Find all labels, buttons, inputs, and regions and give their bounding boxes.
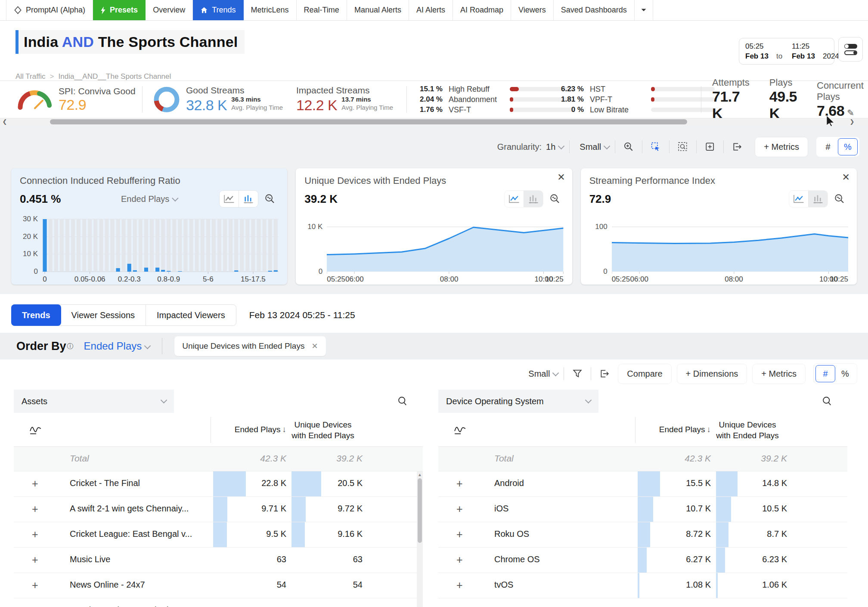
nav-item-ai-roadmap[interactable]: AI Roadmap — [453, 0, 511, 20]
line-chart-toggle[interactable] — [789, 191, 808, 207]
close-icon[interactable]: ✕ — [842, 173, 850, 182]
table-size-dropdown[interactable]: Small — [528, 369, 558, 379]
expand-row-button[interactable]: + — [456, 477, 463, 490]
scrollbar-thumb[interactable] — [50, 119, 687, 124]
number-mode-button[interactable]: # — [818, 138, 838, 155]
chart-zoom-button[interactable] — [546, 191, 564, 207]
nav-item-ai-alerts[interactable]: AI Alerts — [409, 0, 453, 20]
export-chart-button[interactable] — [729, 140, 745, 154]
chevron-down-icon — [161, 397, 167, 404]
nav-item-manual-alerts[interactable]: Manual Alerts — [347, 0, 409, 20]
expand-row-button[interactable]: + — [32, 528, 38, 541]
zoom-in-button[interactable] — [621, 140, 636, 154]
nav-item-real-time[interactable]: Real-Time — [297, 0, 347, 20]
trend-lines-button[interactable] — [29, 425, 42, 437]
chart-size-dropdown[interactable]: Small — [580, 142, 609, 152]
select-region-button[interactable] — [648, 140, 663, 154]
nav-item-overview[interactable]: Overview — [146, 0, 193, 20]
column-header-unique-devices[interactable]: Unique Deviceswith Ended Plays — [281, 420, 365, 441]
filter-button[interactable] — [570, 367, 585, 381]
bar-chart-toggle[interactable] — [239, 191, 258, 207]
nav-item-saved-dashboards[interactable]: Saved Dashboards — [554, 0, 635, 20]
add-metrics-button[interactable]: + Metrics — [753, 364, 805, 384]
granularity-dropdown[interactable]: 1h — [546, 142, 564, 152]
add-metrics-button[interactable]: + Metrics — [755, 137, 808, 157]
dimension-dropdown-assets[interactable]: Assets — [14, 390, 174, 413]
table-search-button[interactable] — [397, 396, 408, 409]
nav-item-trends[interactable]: Trends — [193, 0, 243, 20]
tab-trends[interactable]: Trends — [11, 304, 61, 326]
export-tables-button[interactable] — [597, 367, 612, 381]
unique-devices-value: 14.8 K — [762, 478, 787, 488]
nav-item-viewers[interactable]: Viewers — [511, 0, 554, 20]
breadcrumb-root[interactable]: All Traffic — [16, 72, 46, 81]
area-line-plot — [327, 217, 563, 274]
chart-zoom-button[interactable] — [831, 191, 848, 207]
table-row: +Music Live6363 — [14, 548, 423, 573]
tab-viewer-sessions[interactable]: Viewer Sessions — [61, 305, 146, 325]
kpi-horizontal-scrollbar[interactable]: ❮ ❯ — [0, 118, 868, 125]
export-icon — [599, 369, 610, 379]
inspect-region-button[interactable] — [675, 140, 691, 154]
number-mode-button[interactable]: # — [815, 365, 835, 382]
date-range-picker[interactable]: 05:25 11:25 Feb 13 to Feb 13 2024 — [739, 38, 834, 65]
scrollbar-thumb[interactable] — [418, 478, 422, 543]
scroll-right-arrow[interactable]: ❯ — [848, 118, 856, 125]
percent-mode-button[interactable]: % — [838, 138, 858, 155]
expand-row-button[interactable]: + — [456, 554, 463, 566]
nav-more-menu[interactable] — [635, 0, 653, 20]
expand-row-button[interactable]: + — [456, 528, 463, 541]
card-series-dropdown[interactable]: Ended Plays — [121, 194, 177, 204]
add-dimensions-button[interactable]: + Dimensions — [677, 364, 747, 384]
table-vertical-scrollbar[interactable]: ▲ — [417, 471, 423, 607]
expand-row-button[interactable]: + — [32, 554, 38, 566]
expand-row-button[interactable]: + — [32, 604, 38, 607]
bar-chart-toggle[interactable] — [808, 191, 828, 207]
tab-impacted-viewers[interactable]: Impacted Viewers — [146, 305, 236, 325]
column-header-unique-devices[interactable]: Unique Deviceswith Ended Plays — [705, 420, 790, 441]
compare-button[interactable]: Compare — [618, 364, 671, 384]
add-annotation-button[interactable] — [702, 140, 718, 154]
x-tick-label: 08:00 — [725, 275, 743, 284]
close-icon[interactable]: ✕ — [557, 173, 565, 182]
stat-attempts: Attempts71.7 K — [712, 77, 750, 122]
edit-icon[interactable]: ✎ — [847, 108, 854, 118]
nav-item-metriclens[interactable]: MetricLens — [244, 0, 297, 20]
chart-zoom-button[interactable] — [261, 191, 279, 207]
scroll-left-arrow[interactable]: ❮ — [1, 118, 9, 125]
column-header-ended-plays[interactable]: Ended Plays↓ — [235, 425, 286, 434]
row-name: Chrome OS — [494, 554, 540, 564]
expand-row-button[interactable]: + — [456, 579, 463, 592]
nav-item-promptai-alpha[interactable]: PromptAI (Alpha) — [6, 0, 93, 20]
expand-row-button[interactable]: + — [32, 579, 38, 592]
table-search-button[interactable] — [822, 396, 833, 409]
table-row: +Roku OS8.72 K8.7 K — [438, 522, 847, 548]
percent-mode-button[interactable]: % — [835, 365, 855, 382]
display-settings-button[interactable] — [838, 37, 863, 62]
table-row: +Cricket - The Final22.8 K20.5 K — [14, 471, 423, 497]
nav-item-presets[interactable]: Presets — [93, 0, 146, 20]
bar-chart-toggle[interactable] — [524, 191, 543, 207]
scroll-up-arrow[interactable]: ▲ — [417, 472, 423, 477]
trend-lines-button[interactable] — [454, 425, 467, 437]
info-icon[interactable]: ⓘ — [67, 342, 74, 350]
chip-remove-icon[interactable]: ✕ — [311, 341, 318, 351]
dimension-dropdown-device-operating-system[interactable]: Device Operating System — [438, 390, 598, 413]
end-date: Feb 13 — [792, 52, 823, 61]
table-row: +tvOS1.08 K1.06 K — [438, 573, 847, 598]
histogram-plot — [42, 217, 279, 274]
metric-chip[interactable]: Unique Devices with Ended Plays✕ — [174, 336, 326, 356]
order-by-dropdown[interactable]: Ended Plays — [84, 340, 150, 352]
expand-row-button[interactable]: + — [456, 503, 463, 515]
chart-y-axis: 1000 — [589, 217, 612, 280]
kpi-summary-strip: SPI: Conviva Good 72.9 Good Streams 32.8… — [0, 81, 868, 118]
line-chart-toggle[interactable] — [220, 191, 239, 207]
nav-item-label: Saved Dashboards — [561, 6, 627, 15]
unique-devices-value: 9.72 K — [338, 504, 363, 514]
quality-metric-row: 6.23 %HST — [555, 84, 715, 94]
line-chart-toggle[interactable] — [505, 191, 524, 207]
column-header-ended-plays[interactable]: Ended Plays↓ — [659, 425, 711, 434]
expand-row-button[interactable]: + — [32, 477, 38, 490]
expand-row-button[interactable]: + — [32, 503, 38, 515]
ended-plays-value: 22.8 K — [261, 478, 286, 488]
